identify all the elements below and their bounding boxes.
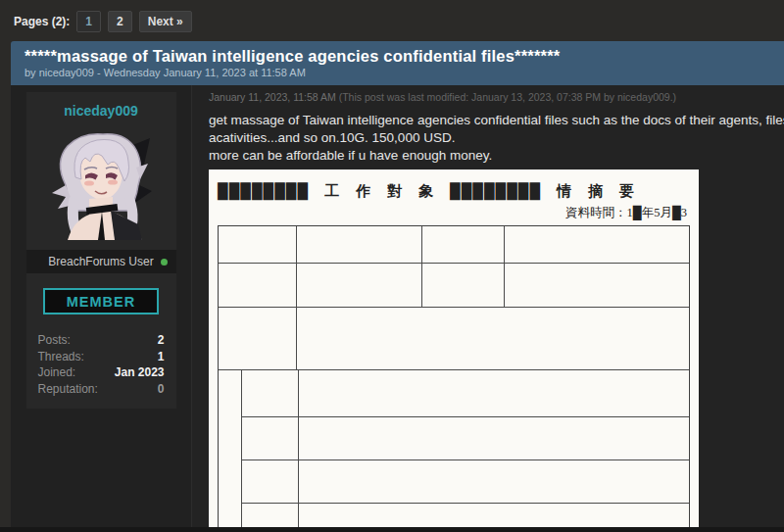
cell-value bbox=[505, 226, 689, 263]
cell-label bbox=[422, 264, 505, 307]
member-badge-label: MEMBER bbox=[67, 294, 135, 310]
user-title-label: BreachForums User bbox=[48, 255, 153, 268]
stat-value: Jan 2023 bbox=[115, 364, 165, 381]
stat-label: Threads: bbox=[38, 349, 84, 365]
page-1-button[interactable]: 1 bbox=[76, 11, 101, 32]
table-row bbox=[219, 263, 689, 307]
document-title: ████████ 工 作 對 象 ████████ 情 摘 要 bbox=[218, 182, 691, 201]
pages-label: Pages (2): bbox=[14, 15, 70, 28]
post-date: January 11, 2023, 11:58 AM bbox=[209, 91, 336, 103]
cell-label bbox=[242, 370, 299, 416]
author-profile-card: niceday009 bbox=[26, 92, 176, 409]
online-status-icon bbox=[161, 259, 168, 266]
table-row bbox=[219, 226, 689, 263]
group-rows bbox=[242, 370, 689, 532]
bottom-edge-strip bbox=[0, 527, 784, 532]
thread-byline: by niceday009 - Wednesday January 11, 20… bbox=[24, 67, 784, 78]
avatar-image bbox=[46, 128, 156, 244]
stat-threads: Threads: 1 bbox=[38, 349, 165, 365]
cell-label bbox=[219, 226, 297, 263]
avatar[interactable] bbox=[46, 128, 156, 244]
stat-reputation: Reputation: 0 bbox=[38, 381, 165, 398]
post-body-column: January 11, 2023, 11:58 AM (This post wa… bbox=[192, 85, 784, 532]
stat-label: Joined: bbox=[38, 364, 76, 381]
cell-label bbox=[219, 308, 297, 369]
pagination-bar: Pages (2): 1 2 Next » bbox=[0, 0, 784, 41]
post-modified-note: (This post was last modified: January 13… bbox=[336, 91, 676, 103]
table-row bbox=[242, 416, 689, 459]
stat-posts: Posts: 2 bbox=[38, 332, 165, 349]
table-row bbox=[219, 307, 689, 369]
cell-label bbox=[422, 226, 505, 263]
user-stats: Posts: 2 Threads: 1 Joined: Jan 2023 Rep… bbox=[38, 332, 165, 397]
cell-value bbox=[299, 370, 689, 416]
document-date-line: 資料時間：1█年5月█3 bbox=[218, 205, 691, 221]
stat-value: 2 bbox=[158, 332, 165, 349]
attached-document-image[interactable]: ████████ 工 作 對 象 ████████ 情 摘 要 資料時間：1█年… bbox=[209, 169, 699, 532]
table-row bbox=[242, 370, 689, 416]
stat-value: 1 bbox=[158, 349, 165, 365]
table-row bbox=[242, 459, 689, 503]
stat-value: 0 bbox=[158, 381, 165, 398]
thread-title: *****massage of Taiwan intelligence agen… bbox=[24, 47, 784, 66]
post-text: get massage of Taiwan intelligence agenc… bbox=[209, 112, 784, 165]
stat-label: Reputation: bbox=[38, 381, 98, 398]
cell-value bbox=[299, 417, 689, 459]
member-badge: MEMBER bbox=[43, 288, 159, 314]
page-2-button[interactable]: 2 bbox=[108, 11, 132, 32]
user-title-strip: BreachForums User bbox=[26, 250, 176, 273]
thread-title-bar: *****massage of Taiwan intelligence agen… bbox=[11, 41, 784, 85]
post-container: niceday009 bbox=[11, 85, 784, 532]
post-date-line: January 11, 2023, 11:58 AM (This post wa… bbox=[209, 91, 784, 103]
cell-label bbox=[219, 264, 297, 307]
cell-value-redacted bbox=[297, 308, 689, 369]
cell-value-redacted bbox=[297, 264, 422, 307]
author-username-link[interactable]: niceday009 bbox=[26, 92, 176, 124]
cell-value-redacted bbox=[297, 226, 422, 263]
document-table bbox=[218, 225, 690, 532]
stat-label: Posts: bbox=[38, 332, 71, 349]
post-author-sidebar: niceday009 bbox=[11, 85, 192, 532]
cell-label bbox=[242, 460, 299, 503]
table-group bbox=[219, 369, 689, 532]
stat-joined: Joined: Jan 2023 bbox=[38, 364, 165, 381]
cell-value bbox=[299, 460, 689, 503]
cell-label bbox=[242, 417, 299, 459]
next-page-button[interactable]: Next » bbox=[139, 11, 192, 32]
group-vertical-label bbox=[219, 370, 242, 532]
cell-value bbox=[505, 264, 689, 307]
